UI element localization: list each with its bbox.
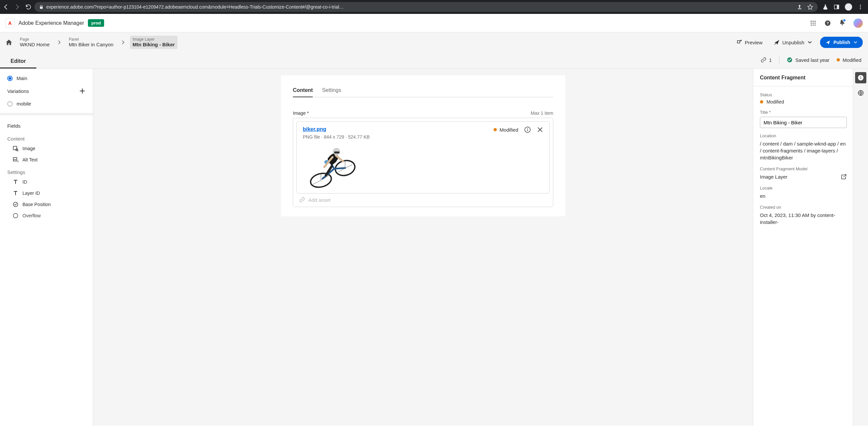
browser-avatar[interactable] (845, 3, 852, 10)
variations-label: Variations (7, 88, 29, 94)
field-item-id[interactable]: ID (0, 176, 93, 188)
right-rail: Content Fragment Status Modified Title *… (753, 69, 868, 426)
svg-text:?: ? (826, 21, 829, 25)
sidebar-item-label: mobile (17, 101, 31, 107)
svg-point-3 (860, 5, 861, 6)
asset-dropzone[interactable]: biker.png PNG file · 844 x 729 · 524.77 … (293, 118, 553, 207)
open-external-icon[interactable] (840, 174, 847, 180)
star-icon[interactable] (807, 4, 813, 10)
reload-icon[interactable] (25, 4, 32, 10)
breadcrumb-item-panel[interactable]: Panel Mtn Biker in Canyon (66, 36, 116, 49)
modified-label: Modified (842, 57, 861, 63)
add-asset-button[interactable]: Add asset (297, 194, 550, 203)
lock-icon (39, 5, 43, 9)
title-input[interactable] (760, 117, 847, 128)
image-field: Image * Max 1 item biker.png PNG file · … (293, 111, 553, 207)
tab-content[interactable]: Content (293, 85, 313, 97)
field-item-layerid[interactable]: Layer ID (0, 188, 93, 199)
text-icon (12, 190, 19, 196)
publish-label: Publish (833, 40, 850, 45)
url-actions (797, 4, 813, 10)
info-icon[interactable] (524, 126, 531, 133)
radio-icon (7, 76, 12, 81)
back-icon[interactable] (3, 4, 9, 10)
svg-rect-1 (837, 5, 839, 9)
field-item-overflow[interactable]: Overflow (0, 210, 93, 221)
publish-button[interactable]: Publish (820, 37, 863, 48)
sidebar-item-mobile[interactable]: mobile (0, 97, 93, 110)
editor-canvas: Content Settings Image * Max 1 item bike… (93, 69, 753, 426)
svg-line-21 (18, 150, 18, 151)
inner-tabs: Content Settings (293, 85, 553, 97)
flask-icon[interactable] (823, 4, 828, 10)
svg-text:T: T (17, 160, 19, 163)
svg-point-9 (811, 23, 812, 24)
status-dot-icon (494, 128, 497, 131)
rail-header: Content Fragment (760, 75, 847, 81)
radio-icon (7, 101, 12, 107)
url-bar[interactable]: experience.adobe.com/?repo=author-p12310… (34, 2, 818, 12)
saved-label: Saved last year (795, 57, 829, 63)
help-icon[interactable]: ? (825, 20, 831, 26)
field-item-image[interactable]: Image (0, 143, 93, 154)
aem-header: A Adobe Experience Manager prod ? (0, 14, 868, 32)
svg-rect-28 (527, 130, 528, 131)
rail-created-label: Created on (760, 205, 847, 210)
kebab-icon[interactable] (858, 4, 863, 10)
asset-card: biker.png PNG file · 844 x 729 · 524.77 … (297, 121, 550, 194)
apps-icon[interactable] (810, 20, 816, 26)
browser-chrome: experience.adobe.com/?repo=author-p12310… (0, 0, 868, 14)
user-avatar[interactable] (854, 19, 863, 28)
references-button[interactable]: 1 (761, 57, 772, 63)
panel-icon[interactable] (834, 4, 840, 10)
breadcrumb-bar: Page WKND Home Panel Mtn Biker in Canyon… (0, 32, 868, 52)
field-label: Alt Text (23, 157, 38, 163)
browser-right (820, 3, 865, 10)
svg-point-24 (13, 202, 18, 207)
rail-tab-globe[interactable] (855, 87, 866, 98)
status-dot-icon (837, 58, 840, 61)
fields-label: Fields (7, 123, 21, 129)
preview-button[interactable]: Preview (732, 37, 766, 47)
chevron-down-icon (853, 40, 858, 45)
breadcrumb-title: Mtn Biker in Canyon (69, 42, 113, 48)
adobe-logo: A (5, 19, 14, 28)
rail-location-label: Location (760, 133, 847, 138)
sidebar: Main Variations mobile Fields Content Im… (0, 69, 93, 426)
url-text: experience.adobe.com/?repo=author-p12310… (46, 4, 794, 9)
svg-point-41 (860, 77, 861, 77)
sidebar-item-label: Main (17, 76, 27, 81)
editor-card: Content Settings Image * Max 1 item bike… (281, 76, 565, 216)
tab-settings[interactable]: Settings (322, 85, 341, 97)
share-icon[interactable] (797, 4, 803, 10)
home-icon[interactable] (5, 39, 12, 46)
add-asset-label: Add asset (308, 197, 331, 203)
rail-body: Content Fragment Status Modified Title *… (753, 69, 853, 426)
svg-rect-42 (860, 78, 861, 79)
field-item-baseposition[interactable]: Base Position (0, 199, 93, 210)
notifications-icon[interactable] (839, 19, 845, 27)
rail-created-value: Oct 4, 2023, 11:30 AM by content-install… (760, 212, 847, 226)
preview-label: Preview (745, 40, 762, 45)
tab-editor[interactable]: Editor (0, 58, 36, 68)
notification-dot (842, 19, 846, 22)
unpublish-button[interactable]: Unpublish (770, 37, 817, 47)
sidebar-item-main[interactable]: Main (0, 72, 93, 84)
close-icon[interactable] (537, 126, 544, 133)
image-search-icon (12, 145, 19, 151)
chevron-right-icon (57, 40, 61, 45)
breadcrumb-item-page[interactable]: Page WKND Home (17, 36, 52, 49)
svg-line-34 (345, 165, 352, 168)
env-badge: prod (88, 19, 104, 27)
asset-filename-link[interactable]: biker.png (303, 126, 488, 132)
rail-tab-info[interactable] (855, 72, 866, 83)
forward-icon[interactable] (14, 4, 21, 10)
add-icon[interactable] (79, 88, 86, 94)
biker-image (303, 142, 359, 189)
browser-nav (3, 4, 32, 10)
field-item-alttext[interactable]: T Alt Text (0, 154, 93, 165)
asset-status-label: Modified (499, 127, 518, 133)
svg-point-5 (860, 8, 861, 9)
rail-locale-label: Locale (760, 186, 847, 191)
unpublish-label: Unpublish (782, 40, 805, 45)
